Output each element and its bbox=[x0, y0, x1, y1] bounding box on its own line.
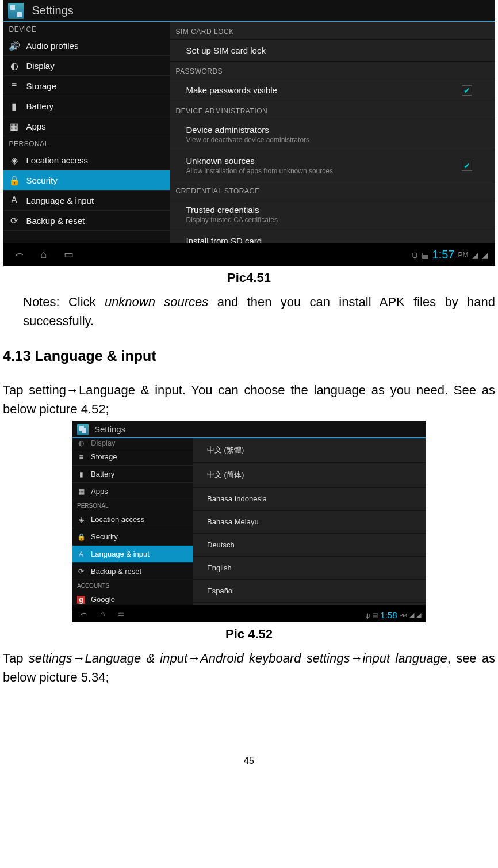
clock-ampm: PM bbox=[400, 612, 408, 618]
home-icon[interactable]: ⌂ bbox=[100, 609, 105, 618]
note-text: Notes: Click unknown sources and then yo… bbox=[23, 292, 495, 330]
row-unknown-sources[interactable]: Unknown sourcesAllow installation of app… bbox=[170, 150, 495, 181]
clock-time: 1:57 bbox=[432, 248, 455, 261]
row-install-sd[interactable]: Install from SD card bbox=[170, 230, 495, 243]
sidebar-item-label: Backup & reset bbox=[91, 567, 141, 576]
recent-icon[interactable]: ▭ bbox=[64, 248, 74, 261]
row-title: Device administrators bbox=[186, 125, 479, 135]
language-option[interactable]: English bbox=[193, 557, 426, 580]
sidebar-item-backup[interactable]: ⟳Backup & reset bbox=[3, 211, 170, 231]
row-title: Make passwords visible bbox=[186, 85, 479, 95]
sidebar-header-personal: PERSONAL bbox=[72, 500, 193, 511]
debug-icon: ▤ bbox=[422, 250, 429, 260]
checkbox-icon[interactable]: ✔ bbox=[462, 85, 472, 96]
wifi-icon: ◢ bbox=[472, 250, 478, 260]
language-option[interactable]: 中文 (繁體) bbox=[193, 438, 426, 463]
debug-icon: ▤ bbox=[372, 611, 378, 619]
app-title: Settings bbox=[94, 424, 125, 434]
language-icon: A bbox=[9, 195, 20, 205]
sidebar-item-label: Apps bbox=[91, 487, 108, 496]
sidebar-item-label: Location access bbox=[26, 155, 89, 165]
sidebar-item-display[interactable]: ◐Display bbox=[3, 56, 170, 76]
sidebar-item-apps[interactable]: ▦Apps bbox=[3, 116, 170, 136]
signal-icon: ◢ bbox=[416, 611, 421, 619]
sidebar-header-accounts: ACCOUNTS bbox=[72, 580, 193, 591]
screenshot-language-settings: Settings ◐Display ≡Storage ▮Battery ▦App… bbox=[72, 421, 426, 622]
audio-icon: 🔊 bbox=[9, 40, 20, 51]
sidebar-item-storage[interactable]: ≡Storage bbox=[72, 448, 193, 466]
app-titlebar: Settings bbox=[3, 0, 495, 22]
sidebar-item-label: Battery bbox=[91, 470, 114, 478]
sidebar-item-battery[interactable]: ▮Battery bbox=[3, 96, 170, 116]
sidebar-item-location[interactable]: ◈Location access bbox=[72, 511, 193, 528]
location-icon: ◈ bbox=[77, 516, 85, 524]
language-option[interactable]: Español bbox=[193, 580, 426, 603]
sidebar-item-label: Display bbox=[91, 439, 116, 447]
sidebar-item-label: Security bbox=[91, 532, 118, 541]
language-icon: A bbox=[77, 550, 85, 558]
sidebar-item-storage[interactable]: ≡Storage bbox=[3, 76, 170, 96]
sidebar: DEVICE 🔊Audio profiles ◐Display ≡Storage… bbox=[3, 22, 170, 243]
settings-icon bbox=[77, 424, 89, 435]
recent-icon[interactable]: ▭ bbox=[117, 609, 125, 618]
apps-icon: ▦ bbox=[77, 488, 85, 496]
sidebar-item-label: Backup & reset bbox=[26, 216, 85, 226]
row-subtitle: Allow installation of apps from unknown … bbox=[186, 167, 479, 175]
row-passwords-visible[interactable]: Make passwords visible✔ bbox=[170, 79, 495, 101]
back-icon[interactable]: ⤺ bbox=[15, 248, 24, 261]
row-subtitle: View or deactivate device administrators bbox=[186, 136, 479, 144]
home-icon[interactable]: ⌂ bbox=[41, 249, 47, 261]
row-sim-lock[interactable]: Set up SIM card lock bbox=[170, 40, 495, 62]
battery-icon: ▮ bbox=[9, 101, 20, 111]
sidebar-item-display[interactable]: ◐Display bbox=[72, 438, 193, 448]
language-option[interactable]: Deutsch bbox=[193, 534, 426, 557]
sidebar-item-label: Audio profiles bbox=[26, 41, 79, 51]
sidebar-item-audio[interactable]: 🔊Audio profiles bbox=[3, 36, 170, 56]
row-device-admin[interactable]: Device administratorsView or deactivate … bbox=[170, 119, 495, 150]
sidebar-item-label: Google bbox=[91, 595, 115, 604]
sidebar-item-battery[interactable]: ▮Battery bbox=[72, 466, 193, 483]
sidebar-item-location[interactable]: ◈Location access bbox=[3, 150, 170, 170]
storage-icon: ≡ bbox=[9, 81, 20, 91]
sidebar-item-label: Battery bbox=[26, 101, 54, 111]
status-bar: ψ ▤ 1:57 PM ◢ ◢ bbox=[412, 248, 488, 261]
caption-pic451: Pic4.51 bbox=[0, 271, 498, 285]
sidebar-header-personal: PERSONAL bbox=[3, 136, 170, 150]
sidebar-item-google[interactable]: gGoogle bbox=[72, 591, 193, 608]
row-title: Install from SD card bbox=[186, 236, 479, 243]
row-title: Trusted credentials bbox=[186, 205, 479, 215]
language-option[interactable]: Bahasa Melayu bbox=[193, 511, 426, 534]
sidebar-item-label: Language & input bbox=[91, 550, 150, 558]
sidebar-item-label: Storage bbox=[26, 81, 57, 91]
google-icon: g bbox=[77, 596, 85, 604]
row-trusted-credentials[interactable]: Trusted credentialsDisplay trusted CA ce… bbox=[170, 199, 495, 230]
usb-icon: ψ bbox=[365, 612, 370, 619]
section-heading: 4.13 Language & input bbox=[3, 348, 495, 364]
sidebar-item-apps[interactable]: ▦Apps bbox=[72, 483, 193, 500]
section-passwords: PASSWORDS bbox=[170, 62, 495, 79]
display-icon: ◐ bbox=[9, 60, 20, 71]
row-subtitle: Display trusted CA certificates bbox=[186, 216, 479, 224]
sidebar-item-language[interactable]: ALanguage & input bbox=[72, 546, 193, 563]
checkbox-icon[interactable]: ✔ bbox=[462, 161, 472, 171]
sidebar-item-security[interactable]: 🔒Security bbox=[3, 170, 170, 191]
backup-icon: ⟳ bbox=[77, 568, 85, 576]
backup-icon: ⟳ bbox=[9, 215, 20, 226]
sidebar-header-device: DEVICE bbox=[3, 22, 170, 36]
language-option[interactable]: 中文 (简体) bbox=[193, 463, 426, 488]
sidebar: ◐Display ≡Storage ▮Battery ▦Apps PERSONA… bbox=[72, 438, 193, 605]
language-option[interactable]: Bahasa Indonesia bbox=[193, 488, 426, 511]
app-title: Settings bbox=[32, 4, 74, 17]
signal-icon: ◢ bbox=[482, 250, 488, 260]
sidebar-item-label: Security bbox=[26, 176, 58, 185]
sidebar-item-security[interactable]: 🔒Security bbox=[72, 528, 193, 546]
lock-icon: 🔒 bbox=[9, 175, 20, 185]
sidebar-item-backup[interactable]: ⟳Backup & reset bbox=[72, 563, 193, 580]
back-icon[interactable]: ⤺ bbox=[81, 609, 87, 618]
sidebar-item-label: Display bbox=[26, 61, 55, 71]
wifi-icon: ◢ bbox=[409, 611, 414, 619]
status-bar: ψ ▤ 1:58 PM ◢ ◢ bbox=[365, 610, 421, 620]
language-list: 中文 (繁體) 中文 (简体) Bahasa Indonesia Bahasa … bbox=[193, 438, 426, 605]
sidebar-item-language[interactable]: ALanguage & input bbox=[3, 191, 170, 211]
clock-ampm: PM bbox=[458, 251, 469, 259]
